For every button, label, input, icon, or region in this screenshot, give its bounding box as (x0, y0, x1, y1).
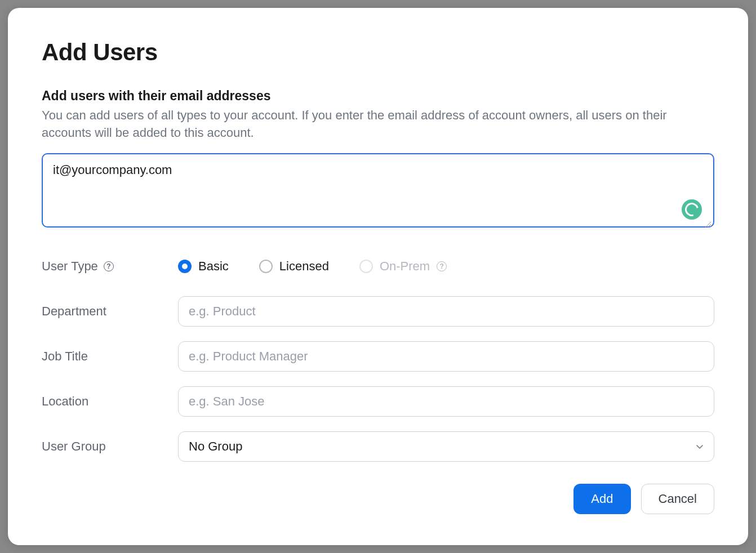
grammarly-icon[interactable] (682, 199, 702, 220)
row-user-type: User Type ? Basic Licensed On-Prem ? (42, 251, 714, 282)
label-user-group: User Group (42, 439, 178, 454)
radio-dot-icon (359, 260, 373, 273)
email-input-wrap (42, 153, 714, 230)
job-title-input[interactable] (178, 341, 714, 372)
dialog-description: You can add users of all types to your a… (42, 107, 714, 142)
row-job-title: Job Title (42, 341, 714, 372)
radio-licensed-label: Licensed (279, 259, 329, 274)
add-users-dialog: Add Users Add users with their email add… (8, 8, 748, 545)
chevron-down-icon (696, 443, 704, 451)
radio-onprem-label: On-Prem (380, 259, 430, 274)
label-department: Department (42, 304, 178, 319)
radio-basic-label: Basic (198, 259, 229, 274)
dialog-footer: Add Cancel (573, 484, 714, 514)
radio-dot-icon (178, 260, 192, 273)
cancel-button[interactable]: Cancel (641, 484, 714, 514)
radio-licensed[interactable]: Licensed (259, 259, 329, 274)
department-input[interactable] (178, 296, 714, 327)
row-user-group: User Group No Group (42, 431, 714, 462)
location-input[interactable] (178, 386, 714, 417)
row-location: Location (42, 386, 714, 417)
user-group-selected: No Group (189, 439, 242, 454)
user-group-select[interactable]: No Group (178, 431, 714, 462)
label-user-type-text: User Type (42, 259, 98, 274)
dialog-title: Add Users (42, 39, 714, 66)
help-icon[interactable]: ? (437, 261, 447, 271)
label-job-title: Job Title (42, 349, 178, 364)
email-input[interactable] (42, 153, 714, 228)
user-type-radios: Basic Licensed On-Prem ? (178, 259, 714, 274)
radio-basic[interactable]: Basic (178, 259, 229, 274)
add-button[interactable]: Add (573, 484, 630, 514)
row-department: Department (42, 296, 714, 327)
radio-onprem: On-Prem ? (359, 259, 447, 274)
label-user-type: User Type ? (42, 259, 178, 274)
dialog-subtitle: Add users with their email addresses (42, 88, 714, 104)
help-icon[interactable]: ? (104, 261, 114, 271)
radio-dot-icon (259, 260, 273, 273)
label-location: Location (42, 394, 178, 409)
